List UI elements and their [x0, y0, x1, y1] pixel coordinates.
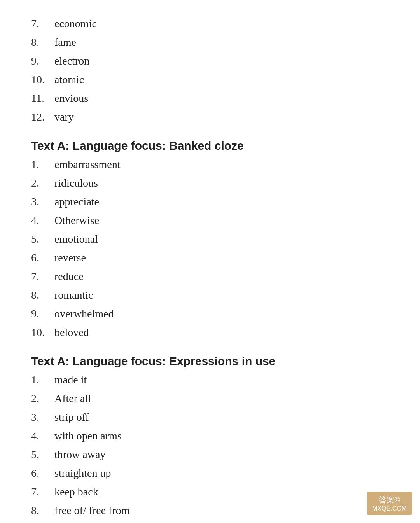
- item-text: free of/ free from: [54, 502, 130, 519]
- top-numbered-list: 7.economic8.fame9.electron10.atomic11.en…: [31, 16, 389, 125]
- item-number: 10.: [31, 324, 54, 341]
- list-item: 11.envious: [31, 90, 389, 107]
- list-item: 12.vary: [31, 109, 389, 125]
- list-item: 2.ridiculous: [31, 175, 389, 191]
- list-item: 5.emotional: [31, 231, 389, 247]
- item-number: 4.: [31, 212, 54, 229]
- item-number: 8.: [31, 502, 54, 519]
- list-item: 7.keep back: [31, 484, 389, 500]
- list-item: 7.economic: [31, 16, 389, 32]
- section-a-heading: Text A: Language focus: Banked cloze: [31, 139, 389, 152]
- list-item: 8.romantic: [31, 287, 389, 303]
- section-b-list: 1.made it2.After all3.strip off4.with op…: [31, 372, 389, 519]
- item-number: 2.: [31, 175, 54, 191]
- list-item: 1.embarrassment: [31, 156, 389, 173]
- list-item: 3.appreciate: [31, 194, 389, 210]
- list-item: 8.fame: [31, 34, 389, 51]
- item-text: vary: [54, 109, 74, 125]
- section-a-list: 1.embarrassment2.ridiculous3.appreciate4…: [31, 156, 389, 341]
- watermark-line2: MXQE.COM: [372, 505, 407, 512]
- item-number: 8.: [31, 34, 54, 51]
- list-item: 10.beloved: [31, 324, 389, 341]
- item-text: made it: [54, 372, 87, 388]
- list-item: 4.Otherwise: [31, 212, 389, 229]
- item-text: reduce: [54, 268, 84, 285]
- item-text: overwhelmed: [54, 306, 114, 322]
- list-item: 3.strip off: [31, 409, 389, 425]
- item-number: 7.: [31, 268, 54, 285]
- item-number: 9.: [31, 306, 54, 322]
- item-text: ridiculous: [54, 175, 98, 191]
- item-number: 3.: [31, 409, 54, 425]
- item-number: 2.: [31, 390, 54, 407]
- item-text: economic: [54, 16, 97, 32]
- list-item: 1.made it: [31, 372, 389, 388]
- list-item: 6.straighten up: [31, 465, 389, 481]
- item-number: 6.: [31, 465, 54, 481]
- item-text: reverse: [54, 250, 86, 266]
- item-text: throw away: [54, 446, 105, 463]
- item-text: keep back: [54, 484, 98, 500]
- item-text: envious: [54, 90, 88, 107]
- item-text: with open arms: [54, 428, 122, 444]
- item-text: Otherwise: [54, 212, 99, 229]
- item-number: 7.: [31, 16, 54, 32]
- list-item: 9.electron: [31, 53, 389, 69]
- item-text: After all: [54, 390, 91, 407]
- item-text: straighten up: [54, 465, 111, 481]
- list-item: 4.with open arms: [31, 428, 389, 444]
- list-item: 6.reverse: [31, 250, 389, 266]
- item-text: atomic: [54, 72, 84, 88]
- item-text: appreciate: [54, 194, 99, 210]
- item-number: 11.: [31, 90, 54, 107]
- top-list-section: 7.economic8.fame9.electron10.atomic11.en…: [31, 16, 389, 125]
- section-b-heading: Text A: Language focus: Expressions in u…: [31, 355, 389, 368]
- item-number: 10.: [31, 72, 54, 88]
- item-text: electron: [54, 53, 89, 69]
- item-number: 6.: [31, 250, 54, 266]
- item-text: strip off: [54, 409, 89, 425]
- section-b: Text A: Language focus: Expressions in u…: [31, 355, 389, 519]
- list-item: 5.throw away: [31, 446, 389, 463]
- item-number: 3.: [31, 194, 54, 210]
- watermark: 答案© MXQE.COM: [367, 492, 412, 515]
- item-number: 1.: [31, 372, 54, 388]
- item-text: beloved: [54, 324, 89, 341]
- item-text: emotional: [54, 231, 98, 247]
- item-number: 5.: [31, 446, 54, 463]
- item-number: 9.: [31, 53, 54, 69]
- list-item: 10.atomic: [31, 72, 389, 88]
- watermark-line1: 答案©: [372, 495, 407, 505]
- item-number: 1.: [31, 156, 54, 173]
- list-item: 2.After all: [31, 390, 389, 407]
- item-text: embarrassment: [54, 156, 121, 173]
- item-number: 7.: [31, 484, 54, 500]
- item-number: 4.: [31, 428, 54, 444]
- item-text: romantic: [54, 287, 93, 303]
- item-number: 5.: [31, 231, 54, 247]
- list-item: 7.reduce: [31, 268, 389, 285]
- section-a: Text A: Language focus: Banked cloze 1.e…: [31, 139, 389, 341]
- item-number: 12.: [31, 109, 54, 125]
- list-item: 9.overwhelmed: [31, 306, 389, 322]
- item-text: fame: [54, 34, 76, 51]
- item-number: 8.: [31, 287, 54, 303]
- list-item: 8.free of/ free from: [31, 502, 389, 519]
